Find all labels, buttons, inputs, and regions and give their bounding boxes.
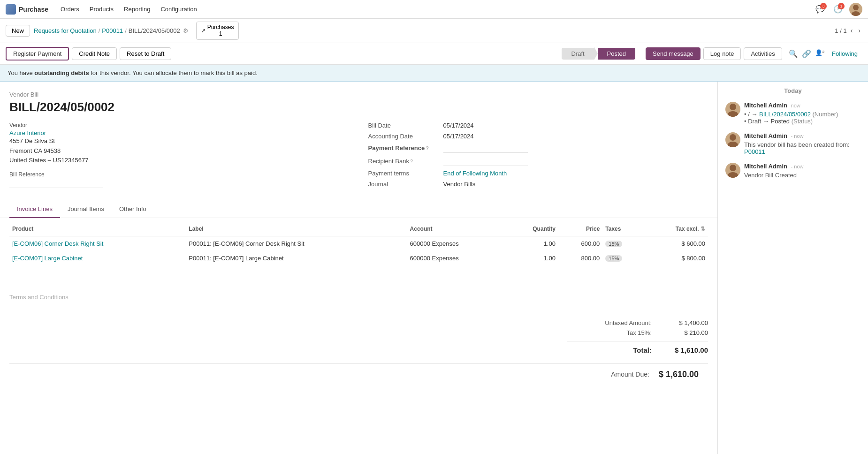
row2-quantity[interactable]: 1.00 <box>506 251 558 265</box>
sidebar: Today Mitchell Admin now • / → BILL/2024… <box>718 82 868 454</box>
payment-terms-value[interactable]: End of Following Month <box>443 170 507 177</box>
accounting-date-value[interactable]: 05/17/2024 <box>443 133 474 140</box>
vendor-addr1: 4557 De Silva St <box>9 136 350 146</box>
app-logo[interactable]: Purchase <box>6 4 48 15</box>
bill-number: BILL/2024/05/0002 <box>9 100 708 114</box>
notification-bell[interactable]: 💬 3 <box>814 3 827 16</box>
activities-button[interactable]: Activities <box>744 47 782 60</box>
row2-account[interactable]: 600000 Expenses <box>407 251 507 265</box>
row1-tax-badge[interactable]: 15% <box>605 241 622 247</box>
row1-price[interactable]: 600.00 <box>558 236 602 251</box>
new-button[interactable]: New <box>6 25 30 37</box>
bill-number-link[interactable]: BILL/2024/05/0002 <box>759 111 811 118</box>
breadcrumb-sep2: / <box>125 27 127 34</box>
register-payment-button[interactable]: Register Payment <box>6 47 69 61</box>
row2-tax-badge[interactable]: 15% <box>605 255 622 262</box>
col-price: Price <box>558 222 602 236</box>
nav-arrows: 1 / 1 ‹ › <box>835 26 862 35</box>
purchases-button[interactable]: ↗Purchases1 <box>196 22 239 40</box>
total-label: Total: <box>577 346 652 354</box>
table-section: Product Label Account Quantity Price Tax… <box>0 222 717 284</box>
po-link[interactable]: P00011 <box>744 148 765 155</box>
next-button[interactable]: › <box>856 26 862 35</box>
bill-ref-input[interactable] <box>9 179 103 188</box>
link-icon[interactable]: 🔗 <box>802 49 811 58</box>
row1-quantity[interactable]: 1.00 <box>506 236 558 251</box>
top-nav: Purchase Orders Products Reporting Confi… <box>0 0 868 19</box>
tab-journal-items[interactable]: Journal Items <box>60 201 112 218</box>
journal-row: Journal Vendor Bills <box>368 181 708 188</box>
chat-author-3: Mitchell Admin <box>744 163 787 170</box>
recipient-bank-label: Recipient Bank? <box>368 158 443 165</box>
chat-author-1: Mitchell Admin <box>744 102 787 109</box>
untaxed-row: Untaxed Amount: $ 1,400.00 <box>577 319 708 326</box>
breadcrumb-link-rfq[interactable]: Requests for Quotation <box>34 27 97 34</box>
notification-badge: 3 <box>820 3 827 9</box>
status-draft[interactable]: Draft <box>562 48 594 60</box>
recipient-bank-input[interactable] <box>443 157 528 166</box>
svg-point-2 <box>730 104 736 110</box>
svg-point-0 <box>853 5 859 10</box>
nav-item-orders[interactable]: Orders <box>56 4 84 15</box>
row2-tax-excl: $ 800.00 <box>644 251 708 265</box>
logo-square <box>6 4 16 15</box>
credit-note-button[interactable]: Credit Note <box>72 47 117 60</box>
gear-icon[interactable]: ⚙ <box>183 27 189 34</box>
nav-item-products[interactable]: Products <box>85 4 118 15</box>
reset-draft-button[interactable]: Reset to Draft <box>120 47 171 60</box>
row1-account[interactable]: 600000 Expenses <box>407 236 507 251</box>
breadcrumb-link-po[interactable]: P00011 <box>102 27 123 34</box>
svg-point-7 <box>728 172 738 178</box>
payment-ref-label: Payment Reference? <box>368 144 443 151</box>
row2-price[interactable]: 800.00 <box>558 251 602 265</box>
bill-ref-label: Bill Reference <box>9 171 350 178</box>
user-avatar[interactable] <box>849 3 862 16</box>
untaxed-value: $ 1,400.00 <box>661 319 708 326</box>
vendor-name[interactable]: Azure Interior <box>9 129 350 136</box>
tab-invoice-lines[interactable]: Invoice Lines <box>9 201 60 218</box>
app-title: Purchase <box>19 6 48 13</box>
table-row: [E-COM07] Large Cabinet P00011: [E-COM07… <box>9 251 708 265</box>
totals-grid: Untaxed Amount: $ 1,400.00 Tax 15%: $ 21… <box>9 319 708 354</box>
col-tax-excl: Tax excl. ⇅ <box>644 222 708 236</box>
row2-product[interactable]: [E-COM07] Large Cabinet <box>9 251 186 265</box>
tab-other-info[interactable]: Other Info <box>112 201 154 218</box>
col-taxes: Taxes <box>602 222 644 236</box>
amount-due-label: Amount Due: <box>611 371 649 378</box>
tax-label: Tax 15%: <box>577 329 652 336</box>
sidebar-today-label: Today <box>725 87 860 94</box>
send-message-button[interactable]: Send message <box>646 47 700 60</box>
form-left: Vendor Azure Interior 4557 De Silva St F… <box>9 122 350 191</box>
avatar-2 <box>725 132 740 147</box>
chat-text-3: Vendor Bill Created <box>744 172 804 179</box>
status-posted[interactable]: Posted <box>598 48 635 60</box>
chat-entry-1: Mitchell Admin now • / → BILL/2024/05/00… <box>725 102 860 125</box>
prev-button[interactable]: ‹ <box>849 26 855 35</box>
action-bar: Register Payment Credit Note Reset to Dr… <box>0 43 868 65</box>
activity-badge: 1 <box>838 3 845 9</box>
user-count-icon[interactable]: 👤² <box>815 49 824 58</box>
chat-time-3: - now <box>791 164 804 169</box>
main-layout: Vendor Bill BILL/2024/05/0002 Vendor Azu… <box>0 82 868 454</box>
payment-ref-input[interactable] <box>443 144 528 153</box>
activity-icon[interactable]: 🕐 1 <box>831 3 845 16</box>
content-area: Vendor Bill BILL/2024/05/0002 Vendor Azu… <box>0 82 718 454</box>
vendor-label: Vendor <box>9 122 350 129</box>
search-icon[interactable]: 🔍 <box>789 49 798 58</box>
terms-label[interactable]: Terms and Conditions <box>9 294 708 301</box>
row1-product[interactable]: [E-COM06] Corner Desk Right Sit <box>9 236 186 251</box>
tabs: Invoice Lines Journal Items Other Info <box>0 201 717 218</box>
chat-time-1: now <box>791 103 800 108</box>
nav-item-configuration[interactable]: Configuration <box>156 4 201 15</box>
alert-text-post: for this vendor. You can allocate them t… <box>89 69 258 76</box>
row1-tax: 15% <box>602 236 644 251</box>
status-pipeline: Draft Posted <box>562 47 635 60</box>
journal-value[interactable]: Vendor Bills <box>443 181 476 188</box>
bill-date-value[interactable]: 05/17/2024 <box>443 122 474 129</box>
following-button[interactable]: Following <box>827 48 862 60</box>
col-product: Product <box>9 222 186 236</box>
vendor-addr2: Fremont CA 94538 <box>9 146 350 156</box>
log-note-button[interactable]: Log note <box>703 47 741 60</box>
nav-item-reporting[interactable]: Reporting <box>119 4 155 15</box>
row1-tax-excl: $ 600.00 <box>644 236 708 251</box>
